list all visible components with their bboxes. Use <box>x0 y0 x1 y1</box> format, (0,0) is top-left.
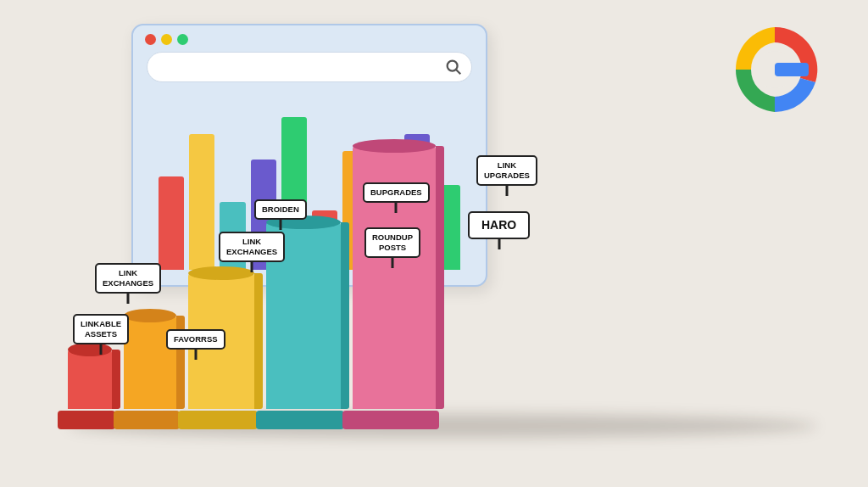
bar-3d-top <box>68 343 112 356</box>
label-link-exchanges-left: LINKEXCHANGES <box>95 263 161 294</box>
label-bupgrades: BUPGRADES <box>363 182 430 203</box>
google-logo <box>724 19 826 120</box>
browser-titlebar <box>133 25 486 52</box>
bar-3d-base <box>178 411 258 429</box>
bar-3d-base <box>256 411 344 429</box>
label-link-exchanges-right: LINKEXCHANGES <box>219 232 285 262</box>
browser-dot-green <box>177 34 188 45</box>
bar-3d-bar3 <box>188 273 254 429</box>
bar-3d-top <box>353 139 436 153</box>
browser-dot-yellow <box>161 34 172 45</box>
label-broiden: BROIDEN <box>254 199 307 220</box>
bar-3d-base <box>342 411 439 429</box>
svg-rect-3 <box>775 63 809 76</box>
bar-3d-side <box>341 222 349 409</box>
bar-3d-base <box>58 411 115 429</box>
browser-search-bar[interactable] <box>147 52 472 82</box>
svg-line-1 <box>456 70 460 74</box>
bar-3d-top <box>124 309 176 322</box>
bar-3d-top <box>188 266 254 280</box>
label-haro: HARO <box>468 211 530 240</box>
bar-3d-bar1 <box>68 350 112 429</box>
browser-dot-red <box>145 34 156 45</box>
label-favorrss: FAVORRSS <box>166 329 225 350</box>
bar-3d-side <box>436 146 444 409</box>
search-icon <box>444 58 463 76</box>
bar-3d-side <box>254 273 263 409</box>
google-logo-svg <box>724 19 826 120</box>
label-link-upgrades: LINKUPGRADES <box>476 155 537 186</box>
svg-point-0 <box>448 61 458 71</box>
bar-3d-side <box>112 350 120 409</box>
label-linkable-assets: LINKABLEASSETS <box>73 314 129 344</box>
scene: LINKABLEASSETS FAVORRSS LINKEXCHANGES LI… <box>0 0 868 487</box>
bar-3d-base <box>114 411 180 429</box>
label-roundup-posts: ROUNDUPPOSTS <box>364 227 420 258</box>
